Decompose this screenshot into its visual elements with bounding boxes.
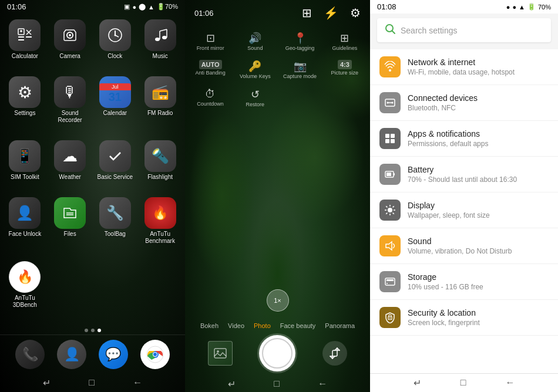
settings-item-network[interactable]: Network & internet Wi-Fi, mobile, data u… [370,49,558,85]
setting-geo[interactable]: 📍 Geo-tagging [278,28,322,55]
grid-icon[interactable]: ⊞ [302,6,312,20]
home-btn[interactable]: □ [89,377,95,388]
camera-settings-icon[interactable]: ⚙ [350,6,361,20]
svg-rect-7 [26,36,32,38]
app-simtoolkit[interactable]: 📱 SIM Toolkit [5,140,45,192]
antutu3d-icon: 🔥 [9,261,41,293]
app-music[interactable]: Music [140,19,180,72]
svg-point-32 [387,102,389,104]
home-time: 01:06 [7,2,26,11]
network-subtitle: Wi-Fi, mobile, data usage, hotspot [408,68,549,76]
volumekeys-label: Volume Keys [240,74,271,80]
gallery-thumbnail[interactable] [208,341,233,366]
app-flashlight[interactable]: 🔦 Flashlight [140,140,180,192]
setting-volumekeys[interactable]: 🔑 Volume Keys [233,56,277,83]
setting-countdown[interactable]: ⏱ Countdown [189,85,232,111]
restore-icon: ↺ [251,88,260,101]
zoom-badge[interactable]: 1× [267,289,289,312]
picturesize-icon: 4:3 [338,60,352,69]
chrome-icon [140,340,170,369]
app-files[interactable]: Files [50,197,90,256]
music-icon [144,19,176,51]
sound-text: Sound Volume, vibration, Do Not Disturb [408,236,549,255]
app-toolbag[interactable]: 🔧 ToolBag [95,197,136,256]
mode-photo[interactable]: Photo [254,322,271,329]
app-recorder[interactable]: 🎙 Sound Recorder [50,76,90,136]
sound-icon: 🔊 [248,32,261,45]
home-screen: 01:06 ▣ ● ⬤ ▲ 🔋70% [0,0,185,392]
settings-item-apps[interactable]: Apps & notifications Permissions, defaul… [370,121,558,157]
settings-item-connected[interactable]: Connected devices Bluetooth, NFC [370,85,558,121]
security-subtitle: Screen lock, fingerprint [408,319,549,327]
settings-battery-icon: 🔋 [527,3,536,11]
svg-point-53 [386,283,388,284]
svg-rect-37 [391,139,395,143]
setting-front-mirror[interactable]: ⊡ Front mirror [189,28,232,55]
svg-point-13 [114,35,116,36]
circle-icon: ⬤ [139,3,146,11]
setting-restore[interactable]: ↺ Restore [233,85,277,111]
home-status-bar: 01:06 ▣ ● ⬤ ▲ 🔋70% [0,0,185,13]
app-settings[interactable]: ⚙ Settings [5,76,45,136]
countdown-icon: ⏱ [205,88,216,100]
settings-item-storage[interactable]: Storage 10% used - 116 GB free [370,264,558,300]
setting-antibanding[interactable]: AUTO Anti Banding [189,56,232,83]
weather-label: Weather [59,174,81,181]
back-btn[interactable]: ← [133,377,142,388]
network-title: Network & internet [408,58,549,67]
settings-item-security[interactable]: Security & location Screen lock, fingerp… [370,300,558,336]
mode-facebeauty[interactable]: Face beauty [280,322,316,329]
apps-subtitle: Permissions, default apps [408,140,549,148]
svg-point-15 [162,36,167,39]
guidelines-icon: ⊞ [340,32,349,45]
dock-phone[interactable]: 📞 [15,340,45,369]
app-calculator[interactable]: Calculator [5,19,45,72]
mode-bokeh[interactable]: Bokeh [200,322,219,329]
settings-item-battery[interactable]: Battery 70% - Should last until about 16… [370,157,558,192]
settings-home-btn[interactable]: □ [460,377,466,388]
svg-rect-25 [214,349,226,358]
camera-screen: 01:06 ⊞ ⚡ ⚙ ⊡ Front mirror 🔊 Sound 📍 Geo… [185,0,370,392]
setting-sound[interactable]: 🔊 Sound [233,28,277,55]
setting-picturesize[interactable]: 4:3 Picture size [323,56,367,83]
antutu3d-label: AnTuTu 3DBench [5,295,45,309]
app-clock[interactable]: Clock [95,19,136,72]
shutter-button[interactable] [259,335,295,371]
app-antutu3d[interactable]: 🔥 AnTuTu 3DBench [5,261,45,320]
dock-contacts[interactable]: 👤 [57,340,86,369]
camera-home-btn[interactable]: □ [274,379,280,390]
flip-camera-button[interactable] [322,341,347,366]
basicservice-icon [99,140,131,172]
app-calendar[interactable]: Jul 31 Calendar [95,76,136,136]
setting-guidelines[interactable]: ⊞ Guidelines [323,28,367,55]
app-camera[interactable]: Camera [50,19,90,72]
volumekeys-icon: 🔑 [248,60,261,73]
flash-icon[interactable]: ⚡ [324,6,338,20]
search-bar[interactable]: Search settings [377,18,551,42]
settings-recent-btn[interactable]: ↵ [414,377,421,388]
app-weather[interactable]: ☁ Weather [50,140,90,192]
recent-btn[interactable]: ↵ [43,377,51,388]
app-faceunlock[interactable]: 👤 Face Unlock [5,197,45,256]
home-status-icons: ▣ ● ⬤ ▲ 🔋70% [124,3,178,11]
settings-item-display[interactable]: Display Wallpaper, sleep, font size [370,192,558,228]
setting-capturemode[interactable]: 📷 Capture mode [278,56,322,83]
camera-back-btn[interactable]: ← [318,379,327,390]
app-basicservice[interactable]: Basic Service [95,140,136,192]
countdown-label: Countdown [197,102,224,107]
settings-item-sound[interactable]: Sound Volume, vibration, Do Not Disturb [370,228,558,264]
app-antutu[interactable]: 🔥 AnTuTu Benchmark [140,197,180,256]
settings-back-btn[interactable]: ← [505,377,515,388]
dock-chrome[interactable] [140,340,170,369]
svg-point-33 [392,102,394,104]
mode-panorama[interactable]: Panorama [325,322,355,329]
app-fmradio[interactable]: 📻 FM Radio [140,76,180,136]
settings-battery-pct: 70% [538,4,551,11]
svg-line-49 [386,213,387,214]
battery-icon: 🔋70% [157,3,178,11]
mode-video[interactable]: Video [228,322,244,329]
camera-recent-btn[interactable]: ↵ [228,379,236,390]
dock-messages[interactable]: 💬 [99,340,128,369]
battery-title: Battery [408,165,549,174]
settings-wifi-icon: ▲ [519,4,525,11]
